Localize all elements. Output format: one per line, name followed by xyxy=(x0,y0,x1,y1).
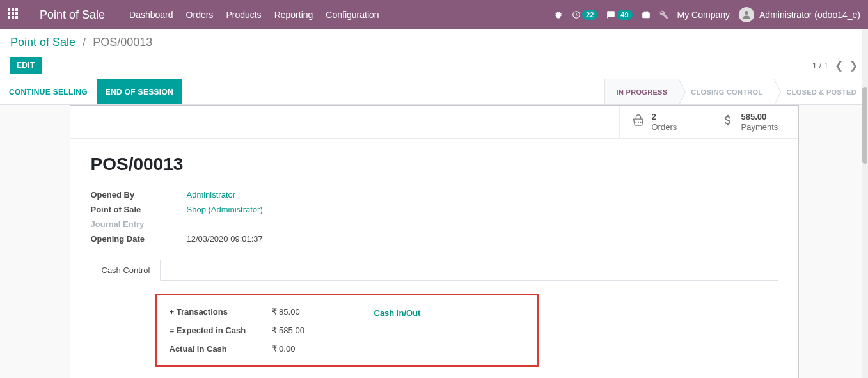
record-title: POS/00013 xyxy=(91,154,778,175)
basket-icon xyxy=(631,113,645,131)
stat-orders-label: Orders xyxy=(652,122,677,132)
pos-label: Point of Sale xyxy=(91,205,187,214)
pos-value[interactable]: Shop (Administrator) xyxy=(187,205,263,214)
messages-badge: 49 xyxy=(617,10,632,20)
dollar-icon xyxy=(721,113,735,131)
actual-value: ₹ 0.00 xyxy=(272,344,361,354)
expected-label: = Expected in Cash xyxy=(170,326,272,335)
bug-icon[interactable] xyxy=(554,10,563,19)
stat-payments-label: Payments xyxy=(741,122,778,132)
status-bar: Continue Selling End of Session In Progr… xyxy=(0,79,868,105)
stat-payments-button[interactable]: 585.00 Payments xyxy=(709,106,798,138)
pager-prev-icon[interactable]: ❮ xyxy=(835,59,843,72)
scrollbar-thumb[interactable] xyxy=(862,87,867,164)
opened-by-value[interactable]: Administrator xyxy=(187,190,236,200)
pager: 1 / 1 ❮ ❯ xyxy=(812,59,858,72)
nav-products[interactable]: Products xyxy=(226,10,261,20)
app-brand[interactable]: Point of Sale xyxy=(40,8,105,22)
opened-by-label: Opened By xyxy=(91,190,187,200)
cash-control-highlight: + Transactions = Expected in Cash Actual… xyxy=(155,294,539,367)
stat-orders-value: 2 xyxy=(652,112,677,122)
nav-dashboard[interactable]: Dashboard xyxy=(129,10,173,20)
user-menu[interactable]: Administrator (odoo14_e) xyxy=(739,7,860,22)
messages-icon[interactable]: 49 xyxy=(606,10,632,20)
nav-configuration[interactable]: Configuration xyxy=(326,10,379,20)
tools-icon[interactable] xyxy=(659,10,668,19)
stat-buttons: 2 Orders 585.00 Payments xyxy=(70,106,798,139)
stat-orders-button[interactable]: 2 Orders xyxy=(619,106,709,138)
gift-icon[interactable] xyxy=(642,10,651,19)
apps-icon[interactable] xyxy=(8,8,20,21)
stage-closing-control[interactable]: Closing Control xyxy=(679,79,774,104)
end-session-button[interactable]: End of Session xyxy=(97,79,182,104)
top-navbar: Point of Sale Dashboard Orders Products … xyxy=(0,0,868,29)
user-name: Administrator (odoo14_e) xyxy=(759,10,860,20)
sheet-background: 2 Orders 585.00 Payments POS/00013 Opene… xyxy=(0,105,868,378)
notebook: Cash Control + Transactions = Expected i… xyxy=(91,259,778,367)
breadcrumb-sep: / xyxy=(83,36,86,49)
scrollbar[interactable] xyxy=(862,29,868,378)
stat-payments-value: 585.00 xyxy=(741,112,778,122)
opening-date-value: 12/03/2020 09:01:37 xyxy=(187,234,263,244)
breadcrumb-root[interactable]: Point of Sale xyxy=(10,36,75,49)
journal-label: Journal Entry xyxy=(91,219,187,229)
company-name[interactable]: My Company xyxy=(677,10,730,20)
nav-reporting[interactable]: Reporting xyxy=(274,10,313,20)
navbar-left: Point of Sale Dashboard Orders Products … xyxy=(8,8,379,22)
control-panel: Point of Sale / POS/00013 Edit 1 / 1 ❮ ❯ xyxy=(0,29,868,79)
expected-value: ₹ 585.00 xyxy=(272,326,361,335)
transactions-label: + Transactions xyxy=(170,307,272,317)
form-sheet: 2 Orders 585.00 Payments POS/00013 Opene… xyxy=(70,105,799,378)
edit-button[interactable]: Edit xyxy=(10,57,42,74)
actual-label: Actual in Cash xyxy=(170,344,272,354)
avatar-icon xyxy=(739,7,754,22)
breadcrumb: Point of Sale / POS/00013 xyxy=(10,36,858,49)
stage-closed-posted[interactable]: Closed & Posted xyxy=(774,79,868,104)
cash-in-out-button[interactable]: Cash In/Out xyxy=(374,308,421,318)
activity-icon[interactable]: 22 xyxy=(572,10,597,20)
pager-next-icon[interactable]: ❯ xyxy=(849,59,858,72)
opening-date-label: Opening Date xyxy=(91,234,187,244)
pager-value: 1 / 1 xyxy=(812,61,828,70)
nav-links: Dashboard Orders Products Reporting Conf… xyxy=(129,10,379,20)
breadcrumb-current: POS/00013 xyxy=(93,36,152,49)
tab-cash-control[interactable]: Cash Control xyxy=(91,260,161,281)
transactions-value: ₹ 85.00 xyxy=(272,307,361,317)
svg-point-1 xyxy=(745,11,748,15)
activity-badge: 22 xyxy=(582,10,597,20)
continue-selling-button[interactable]: Continue Selling xyxy=(0,79,97,104)
stage-in-progress[interactable]: In Progress xyxy=(604,79,679,104)
nav-orders[interactable]: Orders xyxy=(186,10,214,20)
navbar-right: 22 49 My Company Administrator (odoo14_e… xyxy=(554,7,860,22)
